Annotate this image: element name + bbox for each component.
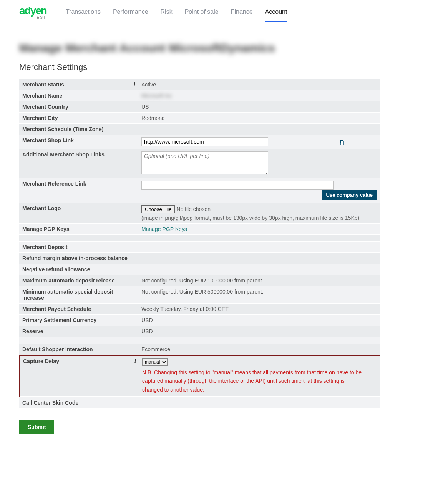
- label-merchant-name: Merchant Name: [19, 90, 138, 101]
- copy-icon[interactable]: [339, 140, 344, 145]
- row-merchant-schedule: Merchant Schedule (Time Zone): [19, 124, 380, 135]
- value-call-center: [138, 397, 380, 409]
- label-settlement-currency: Primary Settlement Currency: [19, 315, 138, 326]
- label-merchant-status: Merchant Status: [22, 81, 64, 88]
- label-call-center: Call Center Skin Code: [19, 397, 138, 409]
- value-merchant-name: Microsoft Inc: [141, 93, 172, 99]
- label-payout-schedule: Merchant Payout Schedule: [19, 304, 138, 315]
- value-merchant-deposit: [138, 242, 380, 253]
- nav-finance[interactable]: Finance: [231, 3, 253, 22]
- row-max-auto-deposit: Maximum automatic deposit release Not co…: [19, 275, 380, 286]
- row-merchant-city: Merchant City Redmond: [19, 113, 380, 124]
- label-reference-link: Merchant Reference Link: [19, 178, 138, 203]
- value-merchant-city: Redmond: [138, 113, 380, 124]
- nav-transactions[interactable]: Transactions: [66, 3, 101, 22]
- row-min-auto-special: Minimum automatic special deposit increa…: [19, 286, 380, 304]
- label-reserve: Reserve: [19, 326, 138, 337]
- use-company-value-button[interactable]: Use company value: [322, 190, 377, 200]
- value-max-auto-deposit: Not configured. Using EUR 100000.00 from…: [138, 275, 380, 286]
- nav-point-of-sale[interactable]: Point of sale: [185, 3, 219, 22]
- capture-delay-select[interactable]: manual: [142, 358, 168, 366]
- label-pgp-keys: Manage PGP Keys: [19, 224, 138, 235]
- label-shopper-interaction: Default Shopper Interaction: [19, 344, 138, 355]
- additional-links-textarea[interactable]: [141, 151, 268, 174]
- row-merchant-deposit: Merchant Deposit: [19, 242, 380, 253]
- value-refund-margin: [138, 253, 380, 264]
- nav-performance[interactable]: Performance: [113, 3, 148, 22]
- value-merchant-status: Active: [138, 79, 380, 90]
- value-min-auto-special: Not configured. Using EUR 500000.00 from…: [138, 286, 380, 304]
- value-merchant-country: US: [138, 101, 380, 113]
- settings-table-tail: Call Center Skin Code: [19, 397, 380, 409]
- row-refund-margin: Refund margin above in-process balance: [19, 253, 380, 264]
- info-icon[interactable]: i: [134, 358, 136, 364]
- brand-logo: adyen TEST: [19, 5, 46, 20]
- label-max-auto-deposit: Maximum automatic deposit release: [19, 275, 138, 286]
- row-call-center: Call Center Skin Code: [19, 397, 380, 409]
- spacer-row-2: [19, 337, 380, 344]
- label-merchant-deposit: Merchant Deposit: [19, 242, 138, 253]
- label-merchant-city: Merchant City: [19, 113, 138, 124]
- row-additional-links: Additional Merchant Shop Links: [19, 149, 380, 178]
- row-reference-link: Merchant Reference Link Use company valu…: [19, 178, 380, 203]
- value-payout-schedule: Weekly Tuesday, Friday at 0:00 CET: [138, 304, 380, 315]
- row-shop-link: Merchant Shop Link: [19, 135, 380, 149]
- row-merchant-status: Merchant Status i Active: [19, 79, 380, 90]
- row-pgp-keys: Manage PGP Keys Manage PGP Keys: [19, 224, 380, 235]
- label-min-auto-special: Minimum automatic special deposit increa…: [19, 286, 138, 304]
- info-icon[interactable]: i: [134, 81, 135, 88]
- label-merchant-country: Merchant Country: [19, 101, 138, 113]
- row-merchant-logo: Merchant Logo Choose File No file chosen…: [19, 203, 380, 224]
- label-merchant-schedule: Merchant Schedule (Time Zone): [19, 124, 138, 135]
- capture-delay-highlight: Capture Delay i manual N.B. Changing thi…: [19, 355, 380, 397]
- top-nav-bar: adyen TEST Transactions Performance Risk…: [0, 0, 448, 22]
- page-title: Manage Merchant Account MicrosoftDynamic…: [19, 30, 380, 62]
- value-reserve: USD: [138, 326, 380, 337]
- section-title: Merchant Settings: [19, 62, 380, 72]
- row-settlement-currency: Primary Settlement Currency USD: [19, 315, 380, 326]
- brand-name: adyen: [19, 5, 46, 16]
- spacer-row: [19, 235, 380, 242]
- capture-delay-warning: N.B. Changing this setting to "manual" m…: [142, 368, 365, 394]
- manage-pgp-keys-link[interactable]: Manage PGP Keys: [141, 226, 187, 232]
- nav-account[interactable]: Account: [265, 3, 287, 22]
- reference-link-input[interactable]: [141, 181, 334, 190]
- value-settlement-currency: USD: [138, 315, 380, 326]
- label-shop-link: Merchant Shop Link: [19, 135, 138, 149]
- row-payout-schedule: Merchant Payout Schedule Weekly Tuesday,…: [19, 304, 380, 315]
- submit-button[interactable]: Submit: [19, 420, 54, 434]
- value-shopper-interaction: Ecommerce: [138, 344, 380, 355]
- row-reserve: Reserve USD: [19, 326, 380, 337]
- label-additional-links: Additional Merchant Shop Links: [19, 149, 138, 178]
- label-capture-delay: Capture Delay: [23, 358, 59, 364]
- row-merchant-country: Merchant Country US: [19, 101, 380, 113]
- label-refund-margin: Refund margin above in-process balance: [19, 253, 138, 264]
- primary-nav: Transactions Performance Risk Point of s…: [66, 3, 287, 22]
- value-merchant-schedule: [138, 124, 380, 135]
- value-negative-refund: [138, 264, 380, 275]
- nav-risk[interactable]: Risk: [161, 3, 173, 22]
- row-shopper-interaction: Default Shopper Interaction Ecommerce: [19, 344, 380, 355]
- row-negative-refund: Negative refund allowance: [19, 264, 380, 275]
- row-merchant-name: Merchant Name Microsoft Inc: [19, 90, 380, 101]
- page-content: Manage Merchant Account MicrosoftDynamic…: [0, 22, 400, 442]
- label-negative-refund: Negative refund allowance: [19, 264, 138, 275]
- no-file-chosen-text: No file chosen: [176, 206, 211, 212]
- choose-file-button[interactable]: Choose File: [141, 205, 175, 213]
- merchant-settings-table: Merchant Status i Active Merchant Name M…: [19, 79, 380, 355]
- shop-link-input[interactable]: [141, 137, 268, 146]
- svg-rect-1: [341, 141, 344, 145]
- logo-hint-text: (image in png/gif/jpeg format, must be 1…: [141, 215, 377, 221]
- label-merchant-logo: Merchant Logo: [19, 203, 138, 224]
- row-capture-delay: Capture Delay i manual N.B. Changing thi…: [20, 356, 380, 397]
